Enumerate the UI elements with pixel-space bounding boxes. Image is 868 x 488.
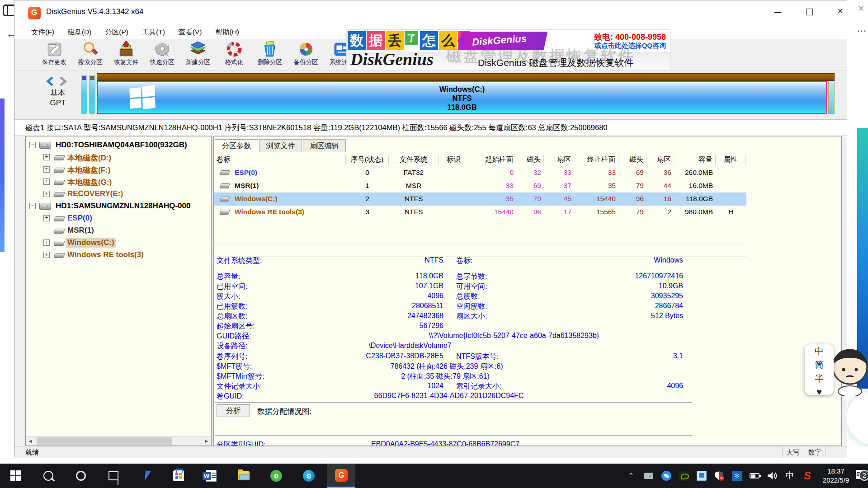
- ime-mode-zh[interactable]: 中: [805, 344, 834, 358]
- tray-speaker-icon[interactable]: [764, 464, 780, 488]
- toolbar-backup-partition-button[interactable]: 备份分区: [288, 40, 324, 70]
- ime-mode-halfwidth[interactable]: 半: [805, 371, 834, 385]
- detail-value: Windows: [547, 256, 683, 264]
- taskbar-browser-360-icon[interactable]: e: [262, 464, 290, 488]
- expand-icon[interactable]: +: [43, 252, 50, 258]
- table-row-Windows RE tools(3)[interactable]: Windows RE tools(3)3NTFS1544096171556579…: [214, 206, 746, 219]
- close-button[interactable]: [828, 0, 854, 23]
- partition-bar-esp[interactable]: [81, 75, 87, 114]
- taskbar-start-icon[interactable]: [2, 464, 30, 488]
- taskbar-search-icon[interactable]: [34, 464, 62, 488]
- column-header-0[interactable]: 卷标: [214, 155, 346, 165]
- scroll-left-icon[interactable]: ◄: [26, 436, 35, 446]
- column-header-1[interactable]: 序号(状态): [346, 155, 389, 165]
- expand-icon[interactable]: +: [43, 166, 50, 173]
- column-header-11[interactable]: 属性: [716, 155, 746, 165]
- tray-ime-zh-icon[interactable]: 中: [782, 464, 798, 488]
- row-cell: 980.0MB: [674, 208, 716, 216]
- toolbar-new-partition-button[interactable]: 新建分区: [180, 40, 216, 70]
- taskbar-word-icon[interactable]: [197, 464, 225, 488]
- taskbar-clock[interactable]: 18:37 2022/5/9: [816, 467, 855, 485]
- partition-bar-re-tools[interactable]: [828, 81, 835, 114]
- tab-sector-edit[interactable]: 扇区编辑: [303, 139, 346, 152]
- menu-item-4[interactable]: 查看(V): [172, 26, 209, 39]
- column-header-5[interactable]: 磁头: [516, 155, 544, 165]
- column-header-6[interactable]: 扇区: [544, 155, 574, 165]
- tree-item-label: Windows RE tools(3): [66, 250, 146, 260]
- tray-snowflake-icon[interactable]: ❄: [729, 464, 745, 488]
- column-header-8[interactable]: 磁头: [618, 155, 646, 165]
- detail-label: 文件记录大小:: [217, 382, 262, 391]
- ad-banner[interactable]: 数 据 丢 了 怎 么 ! DiskGenius 致电: 400-008-995…: [346, 29, 671, 70]
- tree-item-0[interactable]: −HD0:TOSHIBAMQ04ABF100(932GB): [26, 139, 211, 151]
- toolbar-format-button[interactable]: 格式化: [216, 40, 252, 70]
- tree-item-8[interactable]: +Windows(C:): [26, 237, 211, 249]
- menu-item-1[interactable]: 磁盘(D): [61, 26, 99, 39]
- expand-icon[interactable]: +: [43, 215, 50, 221]
- tree-item-5[interactable]: −HD1:SAMSUNGMZNLN128HAHQ-000: [26, 200, 211, 212]
- minimize-button[interactable]: [765, 0, 790, 23]
- collapse-icon[interactable]: −: [29, 142, 36, 148]
- taskbar-store-icon[interactable]: [165, 464, 193, 488]
- tree-item-1[interactable]: +本地磁盘(D:): [26, 151, 211, 164]
- tray-intel-graphics-icon[interactable]: [693, 464, 710, 488]
- tree-item-3[interactable]: +本地磁盘(G:): [26, 176, 211, 188]
- disk-nav-chevrons[interactable]: [44, 76, 71, 87]
- taskbar-cortana-icon[interactable]: [67, 464, 95, 488]
- taskbar-diskgenius-icon[interactable]: G: [327, 464, 355, 488]
- ime-status-widget[interactable]: 中 简 半 ♥: [805, 344, 834, 395]
- toolbar-delete-partition-button[interactable]: 删除分区: [252, 40, 288, 70]
- tree-item-7[interactable]: MSR(1): [26, 225, 211, 237]
- scroll-right-icon[interactable]: ►: [202, 436, 211, 446]
- menu-item-2[interactable]: 分区(P): [98, 26, 135, 39]
- ime-heart-icon[interactable]: ♥: [805, 385, 834, 399]
- partition-bar-windows-c[interactable]: Windows(C:) NTFS 118.0GB: [97, 81, 827, 114]
- menu-item-0[interactable]: 文件(F): [24, 26, 61, 39]
- column-header-9[interactable]: 扇区: [646, 155, 674, 165]
- column-header-3[interactable]: 标识: [439, 155, 469, 165]
- tree-item-2[interactable]: +本地磁盘(F:): [26, 164, 211, 176]
- maximize-button[interactable]: [797, 0, 822, 23]
- tree-horizontal-scrollbar[interactable]: ◄ ►: [26, 436, 211, 446]
- tree-item-9[interactable]: +Windows RE tools(3): [26, 249, 211, 261]
- expand-icon[interactable]: +: [43, 239, 50, 246]
- expand-icon[interactable]: +: [43, 178, 50, 185]
- menu-item-3[interactable]: 工具(T): [135, 26, 172, 39]
- column-header-4[interactable]: 起始柱面: [469, 155, 516, 165]
- taskbar-flash-app-icon[interactable]: [132, 464, 160, 488]
- partition-bar-msr[interactable]: [89, 75, 95, 114]
- taskbar-edge-icon[interactable]: e: [295, 464, 323, 488]
- ime-mode-simplified[interactable]: 简: [805, 358, 834, 371]
- tab-partition-params[interactable]: 分区参数: [215, 139, 258, 152]
- analyze-button[interactable]: 分析: [217, 404, 250, 417]
- column-header-10[interactable]: 容量: [674, 155, 716, 165]
- toolbar-search-partition-button[interactable]: 搜索分区: [72, 40, 108, 70]
- table-row-MSR(1)[interactable]: MSR(1)1MSR33693735794416.0MB: [214, 179, 746, 192]
- tray-dingtalk-icon[interactable]: [658, 464, 675, 488]
- table-row-ESP(0)[interactable]: ESP(0)0FAT3203233336936260.0MB: [214, 166, 746, 179]
- tab-browse-files[interactable]: 浏览文件: [259, 139, 302, 152]
- tree-item-6[interactable]: +ESP(0): [26, 212, 211, 225]
- tree-item-4[interactable]: +RECOVERY(E:): [26, 188, 211, 200]
- taskbar-task-view-icon[interactable]: [99, 464, 127, 488]
- tray-sogou-icon[interactable]: S: [799, 464, 816, 488]
- column-header-7[interactable]: 终止柱面: [574, 155, 618, 165]
- toolbar-quick-partition-button[interactable]: 快速分区: [144, 40, 180, 70]
- tray-nvidia-icon[interactable]: [676, 464, 692, 488]
- toolbar-save-changes-button[interactable]: 保存更改: [36, 40, 72, 70]
- tray-battery-icon[interactable]: [746, 464, 763, 488]
- tray-tray-expand-icon[interactable]: ⌃: [623, 464, 639, 488]
- expand-icon[interactable]: +: [43, 154, 50, 160]
- tray-printer-icon[interactable]: [641, 464, 657, 488]
- column-header-2[interactable]: 文件系统: [389, 155, 439, 165]
- taskbar-file-explorer-icon[interactable]: [230, 464, 258, 488]
- table-row-Windows(C:)[interactable]: Windows(C:)2NTFS357945154409616118.0GB: [214, 192, 746, 206]
- collapse-icon[interactable]: −: [29, 203, 36, 209]
- scrollbar-thumb[interactable]: [37, 437, 172, 445]
- row-cell: 96: [618, 195, 646, 203]
- toolbar-recover-files-button[interactable]: 恢复文件: [108, 40, 144, 70]
- expand-icon[interactable]: +: [43, 191, 50, 197]
- menu-item-5[interactable]: 帮助(H): [208, 26, 246, 39]
- tree-item-label: HD0:TOSHIBAMQ04ABF100(932GB): [54, 140, 189, 150]
- tray-security-shield-icon[interactable]: ✕: [711, 464, 727, 488]
